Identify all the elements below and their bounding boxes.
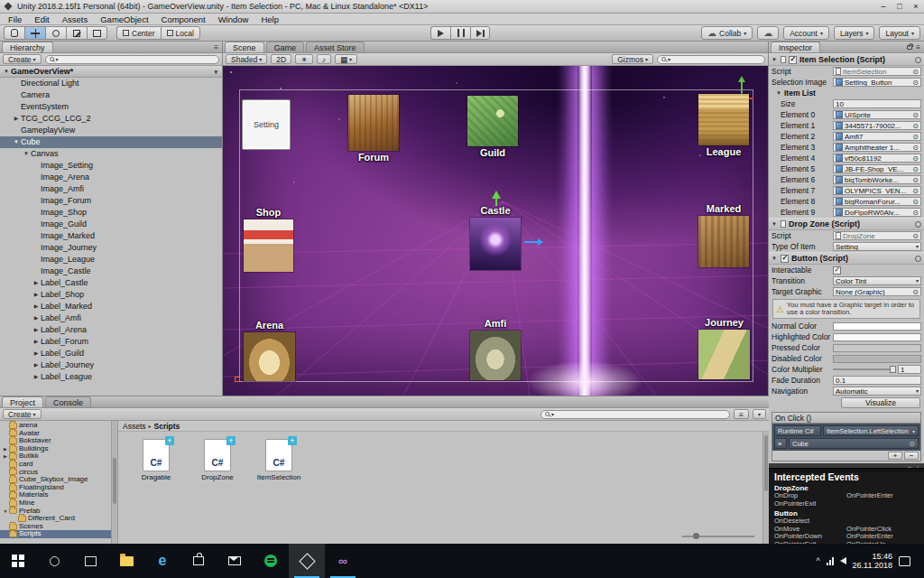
network-icon[interactable]: [827, 557, 834, 565]
hierarchy-row[interactable]: Image_Shop: [0, 207, 222, 219]
visualize-button[interactable]: Visualize: [841, 397, 920, 408]
hierarchy-row[interactable]: ▼Cube: [0, 136, 222, 148]
script-field[interactable]: DropZone⊙: [833, 231, 921, 240]
tab-console[interactable]: Console: [45, 396, 91, 407]
store-icon[interactable]: [180, 544, 217, 578]
scale-tool-button[interactable]: [66, 26, 87, 40]
task-view-icon[interactable]: [72, 544, 108, 578]
object-picker-icon[interactable]: ⊙: [912, 68, 919, 76]
hierarchy-row[interactable]: Image_Forum: [0, 195, 222, 207]
element-object-field[interactable]: Amfi7⊙: [833, 132, 921, 141]
pivot-toggle-button[interactable]: Center: [116, 26, 161, 40]
fold-arrow-icon[interactable]: ▼: [2, 66, 11, 78]
content-scrollbar[interactable]: [762, 432, 769, 544]
scene-header-row[interactable]: ▼GameOverView*▾: [0, 66, 222, 78]
maximize-button[interactable]: □: [892, 1, 908, 13]
scene-item-marked[interactable]: [698, 216, 749, 267]
component-header-item-selection[interactable]: ▼ Item Selection (Script): [769, 53, 924, 66]
menu-gameobject[interactable]: GameObject: [94, 14, 154, 25]
element-object-field[interactable]: vf50c81192⊙: [833, 154, 921, 163]
move-gizmo-x-arrow[interactable]: [524, 241, 538, 243]
fold-arrow-icon[interactable]: ▼: [22, 148, 31, 160]
close-button[interactable]: ×: [908, 1, 924, 13]
panel-menu-icon[interactable]: ≡: [916, 43, 920, 51]
create-button[interactable]: Create▾: [3, 409, 42, 419]
element-object-field[interactable]: 3445571-79002...⊙: [833, 121, 921, 130]
hierarchy-row[interactable]: GameplayView: [0, 125, 222, 136]
fold-arrow-icon[interactable]: ▶: [32, 289, 41, 301]
project-asset[interactable]: C#+Dragable: [133, 439, 180, 481]
hierarchy-row[interactable]: Image_Arena: [0, 172, 222, 183]
account-dropdown[interactable]: Account▾: [783, 26, 829, 40]
menu-component[interactable]: Component: [155, 14, 212, 25]
hierarchy-row[interactable]: Image_Amfi: [0, 183, 222, 195]
project-folder[interactable]: card: [0, 461, 111, 469]
project-folder[interactable]: Bokstaver: [0, 437, 111, 445]
notification-center-icon[interactable]: [899, 556, 910, 566]
tab-game[interactable]: Game: [266, 42, 305, 52]
scene-item-castle[interactable]: [470, 218, 521, 270]
fold-arrow-icon[interactable]: ▼: [12, 136, 21, 148]
object-picker-icon[interactable]: ⊙: [912, 209, 919, 217]
mail-icon[interactable]: [217, 544, 253, 578]
fold-arrow-icon[interactable]: ▶: [12, 113, 21, 125]
fold-arrow-icon[interactable]: ▼: [2, 508, 9, 516]
color-multiplier-slider[interactable]: [833, 368, 896, 370]
component-header-drop-zone[interactable]: ▼ Drop Zone (Script): [769, 218, 924, 230]
target-graphic-field[interactable]: None (Graphic)⊙: [833, 287, 921, 296]
fade-duration-field[interactable]: 0.1: [833, 376, 921, 385]
rotate-tool-button[interactable]: [45, 26, 66, 40]
scene-search-input[interactable]: ▾: [657, 55, 765, 64]
menu-assets[interactable]: Assets: [56, 14, 95, 25]
gear-icon[interactable]: [915, 221, 921, 228]
object-picker-icon[interactable]: ⊙: [912, 122, 919, 130]
hierarchy-row[interactable]: ▶TCG_CCG_LCG_2: [0, 113, 222, 125]
menu-file[interactable]: File: [2, 14, 28, 25]
element-object-field[interactable]: JB-FE-Shop_VE...⊙: [833, 164, 921, 173]
scene-item-guild[interactable]: [467, 96, 518, 146]
draw-mode-dropdown[interactable]: Shaded▾: [226, 54, 267, 64]
hierarchy-row[interactable]: Image_Castle: [0, 266, 222, 277]
transition-dropdown[interactable]: Color Tint▾: [833, 276, 921, 285]
menu-help[interactable]: Help: [254, 14, 285, 25]
panel-menu-icon[interactable]: ▾: [753, 409, 766, 419]
clock[interactable]: 15:46 26.11.2018: [853, 552, 892, 570]
element-object-field[interactable]: Amphitheater 1...⊙: [833, 143, 921, 152]
selection-image-field[interactable]: Setting_Button⊙: [833, 78, 921, 87]
edge-icon[interactable]: e: [144, 544, 180, 578]
panel-menu-icon[interactable]: ≡: [214, 43, 218, 51]
tray-expand-icon[interactable]: ^: [816, 556, 819, 565]
fold-arrow-icon[interactable]: ▶: [2, 452, 9, 461]
hierarchy-row[interactable]: ▼Canvas: [0, 148, 222, 160]
object-picker-icon[interactable]: ⊙: [912, 165, 919, 173]
icon-size-slider[interactable]: [682, 533, 754, 540]
project-folder[interactable]: Avatar: [0, 430, 111, 438]
menu-edit[interactable]: Edit: [28, 14, 55, 25]
add-event-button[interactable]: +: [888, 452, 902, 460]
scene-menu-icon[interactable]: ▾: [214, 66, 222, 78]
object-picker-icon[interactable]: ⊙: [912, 144, 919, 152]
component-enabled-checkbox[interactable]: [789, 56, 797, 64]
scene-viewport[interactable]: SettingForumGuildLeagueShopCastleMarkedA…: [223, 66, 768, 396]
drag-handle-icon[interactable]: ≡: [774, 438, 787, 449]
lock-icon[interactable]: [907, 45, 912, 50]
pause-button[interactable]: [450, 26, 470, 40]
volume-icon[interactable]: [840, 557, 846, 564]
component-header-button[interactable]: ▼ Button (Script): [769, 252, 924, 265]
component-enabled-checkbox[interactable]: [781, 255, 789, 263]
search-icon[interactable]: [36, 544, 72, 578]
create-button[interactable]: Create▾: [3, 54, 42, 64]
object-picker-icon[interactable]: ⊙: [912, 111, 919, 119]
fold-arrow-icon[interactable]: ▶: [2, 445, 9, 453]
navigation-dropdown[interactable]: Automatic▾: [833, 387, 921, 396]
fold-arrow-icon[interactable]: ▶: [32, 312, 41, 324]
object-picker-icon[interactable]: ⊙: [912, 187, 919, 195]
project-asset[interactable]: C#+DropZone: [194, 439, 241, 481]
hierarchy-row[interactable]: Camera: [0, 89, 222, 101]
tab-asset-store[interactable]: Asset Store: [306, 42, 365, 52]
start-icon[interactable]: [0, 544, 36, 578]
project-folder[interactable]: Materials: [0, 491, 111, 499]
color-multiplier-field[interactable]: 1: [898, 365, 921, 374]
layers-dropdown[interactable]: Layers▾: [834, 26, 875, 40]
hierarchy-row[interactable]: ▶Label_Shop: [0, 289, 222, 301]
